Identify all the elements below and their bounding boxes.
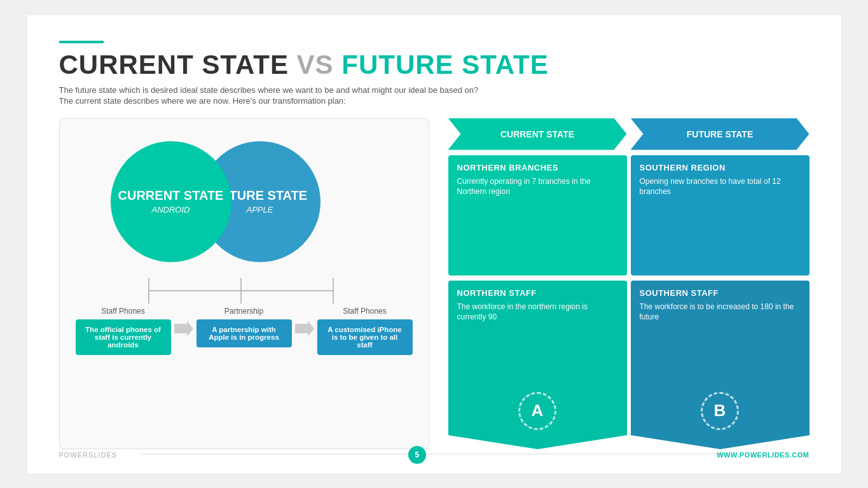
branch-group-left: Staff Phones The official phones of staf… <box>72 307 174 355</box>
footer-brand-suffix: SLIDES <box>88 451 117 459</box>
circle-current-subtitle: ANDROID <box>152 205 190 214</box>
circle-current-title: CURRENT STATE <box>118 188 224 202</box>
subtitle1: The future state which is desired ideal … <box>59 85 809 95</box>
staff-table-row: NORTHERN STAFF The workforce in the nort… <box>448 281 809 449</box>
accent-line <box>59 41 104 43</box>
content-area: CURRENT STATE ANDROID FUTURE STATE APPLE <box>59 118 809 449</box>
badge-b: B <box>701 392 739 430</box>
branch-label-right: Staff Phones <box>343 307 387 316</box>
branch-box-mid: A partnership with Apple is in progress <box>196 319 292 347</box>
title-vs: VS <box>297 50 342 80</box>
footer-brand-bold: POWER <box>59 451 89 459</box>
southern-staff-text: The workforce is to be increased to 180 … <box>640 302 801 323</box>
title-current: CURRENT STATE <box>59 50 297 80</box>
header-current: CURRENT STATE <box>448 118 627 150</box>
right-panel: CURRENT STATE FUTURE STATE NORTHERN BRAN… <box>448 118 809 449</box>
subtitle2: The current state describes where we are… <box>59 96 809 106</box>
branch-box-left: The official phones of staff is currentl… <box>76 319 171 355</box>
northern-staff-text: The workforce in the northern region is … <box>457 302 618 323</box>
cell-northern-staff: NORTHERN STAFF The workforce in the nort… <box>448 281 627 435</box>
footer-brand: POWERSLIDES <box>59 451 118 459</box>
northern-staff-title: NORTHERN STAFF <box>457 288 618 298</box>
branches-container: Staff Phones The official phones of staf… <box>72 307 416 355</box>
branch-box-right: A customised iPhone is to be given to al… <box>317 319 413 355</box>
cell-northern-branches: NORTHERN BRANCHES Currently operating in… <box>448 155 627 275</box>
arrow-right-1 <box>174 321 193 337</box>
left-panel: CURRENT STATE ANDROID FUTURE STATE APPLE <box>59 118 429 449</box>
northern-branches-title: NORTHERN BRANCHES <box>457 163 618 172</box>
staff-cell-wrapper-future: SOUTHERN STAFF The workforce is to be in… <box>631 281 809 449</box>
footer: POWERSLIDES 5 WWW.POWERLIDES.COM <box>59 446 809 464</box>
arrow-right-2 <box>295 321 314 337</box>
footer-website: WWW.POWERLIDES.COM <box>717 451 809 459</box>
northern-branches-text: Currently operating in 7 branches in the… <box>457 176 618 198</box>
branch-label-left: Staff Phones <box>101 307 145 316</box>
southern-staff-title: SOUTHERN STAFF <box>640 288 801 298</box>
cell-southern-region: SOUTHERN REGION Opening new branches to … <box>631 155 809 275</box>
badge-a: A <box>518 392 556 430</box>
branch-label-mid: Partnership <box>224 307 263 316</box>
circle-current: CURRENT STATE ANDROID <box>111 141 231 262</box>
badge-container-future: B <box>640 387 801 430</box>
table-header: CURRENT STATE FUTURE STATE <box>448 118 809 150</box>
header-future: FUTURE STATE <box>631 118 809 150</box>
branch-group-right: Staff Phones A customised iPhone is to b… <box>314 307 416 355</box>
branches-table-row: NORTHERN BRANCHES Currently operating in… <box>448 155 809 275</box>
header-current-label: CURRENT STATE <box>500 129 574 139</box>
branch-group-mid: Partnership A partnership with Apple is … <box>193 307 295 347</box>
southern-region-text: Opening new branches to have total of 12… <box>640 176 801 198</box>
title-future: FUTURE STATE <box>341 50 548 80</box>
header-future-label: FUTURE STATE <box>687 129 753 139</box>
svg-marker-9 <box>295 321 314 337</box>
tree-connector <box>72 278 416 303</box>
circle-future-subtitle: APPLE <box>247 205 273 214</box>
venn-container: CURRENT STATE ANDROID FUTURE STATE APPLE <box>72 132 416 272</box>
badge-container-current: A <box>457 387 618 430</box>
staff-cell-wrapper-current: NORTHERN STAFF The workforce in the nort… <box>448 281 627 449</box>
cell-southern-staff: SOUTHERN STAFF The workforce is to be in… <box>631 281 809 435</box>
main-title: CURRENT STATE VS FUTURE STATE <box>59 50 809 80</box>
svg-marker-8 <box>174 321 193 337</box>
footer-page-number: 5 <box>408 446 426 464</box>
slide: CURRENT STATE VS FUTURE STATE The future… <box>27 15 841 473</box>
southern-region-title: SOUTHERN REGION <box>640 163 801 172</box>
